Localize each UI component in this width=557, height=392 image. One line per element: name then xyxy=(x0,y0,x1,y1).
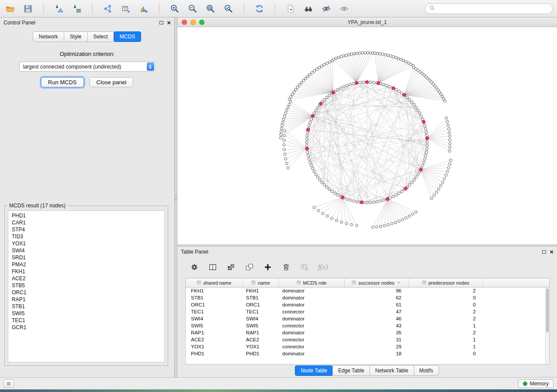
table-row[interactable]: ACE2ACE2connector311 xyxy=(186,336,549,343)
search-network-icon[interactable] xyxy=(303,3,314,14)
search-field[interactable] xyxy=(425,3,553,14)
cell: 2 xyxy=(408,308,483,315)
mcds-result-item[interactable]: STB5 xyxy=(8,282,164,289)
optimization-criterion-label: Optimization criterion: xyxy=(0,51,174,57)
float-table-panel-icon[interactable] xyxy=(542,250,546,254)
mcds-result-item[interactable]: ORC1 xyxy=(8,289,164,296)
new-chart-icon[interactable] xyxy=(138,3,149,14)
table-row[interactable]: YOX1YOX1connector291 xyxy=(186,343,549,350)
table-scrollbar[interactable] xyxy=(545,288,549,364)
toolbar-icon-group xyxy=(4,3,350,14)
cell: PHD1 xyxy=(242,350,279,357)
table-row[interactable]: RAP1RAP1dominator352 xyxy=(186,329,549,336)
table-row[interactable]: ORC1ORC1dominator610 xyxy=(186,301,549,308)
search-input[interactable] xyxy=(438,6,549,12)
settings-icon[interactable] xyxy=(190,262,199,272)
dropdown-stepper-icon xyxy=(147,62,154,71)
clear-all-icon[interactable] xyxy=(300,262,309,272)
cell: connector xyxy=(279,343,344,350)
table-row[interactable]: SWI5SWI5connector431 xyxy=(186,322,549,329)
network-canvas[interactable] xyxy=(177,27,557,244)
tab-network-table[interactable]: Network Table xyxy=(370,365,414,376)
mcds-result-title: MCDS result (17 nodes) xyxy=(7,203,67,209)
cell: SWI5 xyxy=(242,322,279,329)
mcds-result-item[interactable]: TID3 xyxy=(8,233,164,240)
tab-select[interactable]: Select xyxy=(87,31,114,42)
new-table-icon[interactable] xyxy=(120,3,131,14)
run-mcds-button[interactable]: Run MCDS xyxy=(41,77,84,87)
cell: 47 xyxy=(344,308,408,315)
tab-style[interactable]: Style xyxy=(64,31,88,42)
table-row[interactable]: STB1STB1dominator620 xyxy=(186,294,549,301)
column-header-successor-nodes[interactable]: successor nodes xyxy=(344,279,408,287)
column-menu-icon[interactable] xyxy=(397,280,401,285)
zoom-selected-icon[interactable] xyxy=(223,3,234,14)
table-row[interactable]: TEC1TEC1connector472 xyxy=(186,308,549,315)
zoom-fit-icon[interactable] xyxy=(205,3,216,14)
hide-details-icon[interactable] xyxy=(321,3,332,14)
desktop-wallpaper-strip xyxy=(0,389,557,392)
mcds-result-item[interactable]: TEC1 xyxy=(8,317,164,324)
function-builder-icon[interactable]: f(x) xyxy=(318,263,328,271)
cell: connector xyxy=(279,322,344,329)
memory-button[interactable]: Memory xyxy=(518,379,554,388)
export-network-icon[interactable] xyxy=(285,3,296,14)
mcds-result-item[interactable]: CAR1 xyxy=(8,219,164,226)
column-header-MCDS-role[interactable]: MCDS role xyxy=(279,279,344,287)
zoom-out-icon[interactable] xyxy=(187,3,198,14)
table-row[interactable]: SWI4SWI4dominator462 xyxy=(186,315,549,322)
table-row[interactable]: FKH1FKH1dominator962 xyxy=(186,287,549,294)
cell-filler xyxy=(483,343,549,350)
table-scrollbar-thumb[interactable] xyxy=(546,289,549,332)
show-columns-icon[interactable] xyxy=(208,262,218,272)
import-table-icon[interactable] xyxy=(71,3,83,14)
cell: dominator xyxy=(279,350,344,357)
new-network-icon[interactable] xyxy=(102,3,114,14)
toolbar-separator xyxy=(92,3,93,14)
add-row-icon[interactable] xyxy=(263,262,273,272)
save-session-icon[interactable] xyxy=(22,3,34,14)
mcds-result-item[interactable]: GCR1 xyxy=(8,324,164,331)
import-network-icon[interactable] xyxy=(53,3,65,14)
cell: SWI5 xyxy=(186,322,242,329)
mcds-result-item[interactable]: PMA2 xyxy=(8,261,164,268)
tab-network[interactable]: Network xyxy=(33,31,64,42)
tab-mcds[interactable]: MCDS xyxy=(114,31,141,42)
column-header-name[interactable]: name xyxy=(242,279,279,287)
show-details-icon[interactable] xyxy=(339,3,350,14)
column-header-predecessor-nodes[interactable]: predecessor nodes xyxy=(408,279,483,287)
close-table-panel-icon[interactable]: × xyxy=(550,250,554,254)
cell: 18 xyxy=(344,350,408,357)
mcds-result-item[interactable]: SWI4 xyxy=(8,247,164,254)
network-graph[interactable] xyxy=(177,27,557,244)
mcds-result-item[interactable]: YOX1 xyxy=(8,240,164,247)
mcds-result-item[interactable]: STB1 xyxy=(8,303,164,310)
optimization-criterion-select[interactable]: largest connected component (undirected) xyxy=(19,62,156,72)
mcds-result-item[interactable]: SRD1 xyxy=(8,254,164,261)
panel-menu-button[interactable] xyxy=(3,379,14,388)
mcds-buttons-row: Run MCDS Close panel xyxy=(0,77,174,87)
column-header-shared-name[interactable]: shared name xyxy=(186,279,242,287)
mcds-result-item[interactable]: SWI5 xyxy=(8,310,164,317)
tab-motifs[interactable]: Motifs xyxy=(414,365,439,376)
zoom-in-icon[interactable] xyxy=(169,3,180,14)
open-file-icon[interactable] xyxy=(4,3,16,14)
table-row[interactable]: PHD1PHD1dominator180 xyxy=(186,350,549,357)
deselect-all-icon[interactable] xyxy=(245,262,254,272)
control-panel-header: Control Panel × xyxy=(0,17,174,28)
mcds-result-item[interactable]: ACE2 xyxy=(8,275,164,282)
mcds-result-item[interactable]: FKH1 xyxy=(8,268,164,275)
refresh-icon[interactable] xyxy=(254,3,265,14)
toolbar-separator xyxy=(159,3,159,14)
mcds-result-item[interactable]: RAP1 xyxy=(8,296,164,303)
cell: YOX1 xyxy=(186,343,242,350)
float-panel-icon[interactable] xyxy=(159,21,163,24)
mcds-result-item[interactable]: STP4 xyxy=(8,226,164,233)
close-panel-button[interactable]: Close panel xyxy=(90,77,134,87)
tab-node-table[interactable]: Node Table xyxy=(295,365,333,376)
close-panel-icon[interactable]: × xyxy=(167,21,171,25)
delete-row-icon[interactable] xyxy=(281,262,291,272)
select-all-icon[interactable] xyxy=(226,262,236,272)
mcds-result-item[interactable]: PHD1 xyxy=(8,212,164,219)
tab-edge-table[interactable]: Edge Table xyxy=(332,365,370,376)
